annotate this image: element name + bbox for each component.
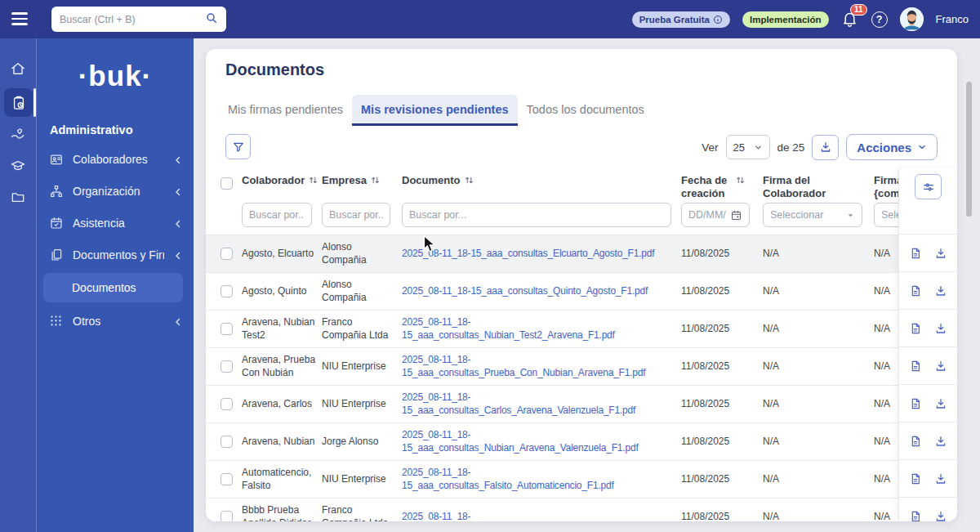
icon-rail (0, 38, 37, 532)
document-link[interactable]: 2025_08-11_18-15_aaa_consultas_Elcuarto_… (402, 248, 654, 261)
sort-icon[interactable] (464, 175, 474, 186)
document-link[interactable]: 2025_08-11_18-15_aaa_consultas_Quinto_Ag… (402, 285, 648, 298)
folder-icon[interactable] (10, 189, 26, 205)
cell-firma-colaborador: N/A (763, 386, 861, 422)
view-document-icon[interactable] (909, 247, 922, 260)
notifications-button[interactable]: 11 (841, 10, 859, 29)
rail-item-documents-selected[interactable] (4, 88, 33, 117)
document-link[interactable]: 2025_08-11_18-15_aaa_consultas_Prueba_Co… (402, 354, 678, 379)
column-header-empresa[interactable]: Empresa (322, 174, 397, 187)
download-row-icon[interactable] (934, 247, 947, 260)
sidebar-item-colaboradores[interactable]: Colaboradores (37, 143, 194, 175)
download-row-icon[interactable] (934, 360, 947, 373)
sidebar-item-label: Documentos y Firma (73, 248, 164, 262)
document-link[interactable]: 2025_08-11_18-15_aaa_consultas_Nubian_Te… (402, 316, 678, 342)
cell-empresa: Alonso Compañia (322, 273, 397, 310)
document-link[interactable]: 2025_08-11_18- (402, 511, 470, 521)
table-row[interactable]: Aravena, Nubian Test2 Franco Compañia Lt… (206, 311, 957, 348)
row-checkbox[interactable] (220, 323, 233, 335)
download-row-icon[interactable] (934, 435, 947, 448)
document-link[interactable]: 2025_08-11_18-15_aaa_consultas_Falsito_A… (402, 467, 678, 492)
download-row-icon[interactable] (934, 284, 947, 297)
chevron-left-icon (173, 154, 183, 164)
user-avatar[interactable] (900, 7, 924, 31)
filter-button[interactable] (225, 134, 251, 159)
column-header-colaborador[interactable]: Colaborador (242, 174, 323, 187)
filter-firma-colaborador-select[interactable]: Seleccionar (763, 203, 862, 227)
sidebar-item-label: Organización (73, 185, 164, 198)
cell-fecha-creacion: 11/08/2025 (681, 348, 753, 385)
cell-fecha-creacion: 11/08/2025 (681, 273, 753, 310)
download-all-button[interactable] (812, 135, 839, 160)
view-document-icon[interactable] (909, 360, 922, 373)
document-link[interactable]: 2025_08-11_18-15_aaa_consultas_Carlos_Ar… (402, 391, 678, 417)
sidebar-item-documentos-y-firma[interactable]: Documentos y Firma (37, 239, 194, 270)
sidebar-item-otros[interactable]: Otros (37, 305, 194, 337)
sidebar-item-asistencia[interactable]: Asistencia (37, 207, 194, 239)
help-button[interactable]: ? (871, 11, 888, 28)
row-checkbox[interactable] (220, 285, 233, 297)
sort-icon[interactable] (308, 175, 318, 186)
table-row[interactable]: Agosto, Elcuarto Alonso Compañia 2025_08… (206, 235, 957, 273)
sort-icon[interactable] (370, 175, 381, 186)
page-size-select[interactable]: 25 (726, 135, 770, 159)
row-checkbox[interactable] (220, 360, 233, 373)
table-row[interactable]: Automaticencio, Falsito NIU Enterprise 2… (206, 461, 957, 498)
view-document-icon[interactable] (909, 472, 922, 485)
row-checkbox[interactable] (220, 511, 233, 521)
download-row-icon[interactable] (934, 472, 947, 485)
search-input[interactable] (60, 14, 205, 25)
view-document-icon[interactable] (909, 322, 922, 335)
view-document-icon[interactable] (909, 397, 922, 410)
sort-icon[interactable] (735, 175, 746, 186)
funnel-icon (232, 141, 245, 154)
download-row-icon[interactable] (934, 397, 947, 410)
actions-button[interactable]: Acciones (846, 134, 938, 160)
benefits-hand-heart-icon[interactable] (10, 126, 26, 142)
chevron-down-icon (917, 142, 927, 152)
global-search[interactable] (51, 7, 226, 32)
view-document-icon[interactable] (909, 284, 922, 297)
filter-empresa-input[interactable] (322, 203, 390, 227)
select-all-checkbox[interactable] (220, 177, 233, 190)
sidebar-item-organizacion[interactable]: Organización (37, 175, 194, 207)
filter-colaborador-input[interactable] (242, 203, 312, 227)
column-header-fecha-creacion[interactable]: Fecha de creación (681, 174, 756, 199)
column-header-documento[interactable]: Documento (402, 174, 678, 187)
filter-documento-input[interactable] (402, 203, 671, 227)
education-cap-icon[interactable] (10, 158, 26, 174)
user-name[interactable]: Franco (936, 13, 969, 25)
row-checkbox[interactable] (220, 473, 233, 485)
row-checkbox[interactable] (220, 398, 233, 410)
home-icon[interactable] (10, 60, 26, 77)
tab-todos-los-documentos[interactable]: Todos los documentos (518, 95, 653, 126)
table-row[interactable]: Aravena, Prueba Con Nubián NIU Enterpris… (206, 348, 957, 386)
tab-mis-firmas-pendientes[interactable]: Mis firmas pendientes (219, 95, 352, 126)
view-document-icon[interactable] (909, 510, 922, 522)
table-row[interactable]: Aravena, Nubian Jorge Alonso 2025_08-11_… (206, 423, 957, 461)
hamburger-menu-icon[interactable] (11, 11, 29, 27)
table-row[interactable]: Aravena, Carlos NIU Enterprise 2025_08-1… (206, 386, 957, 423)
column-settings-button[interactable] (915, 174, 942, 199)
row-actions (899, 498, 957, 521)
implementation-badge[interactable]: Implementación (742, 11, 829, 28)
row-checkbox[interactable] (220, 248, 233, 260)
filter-fecha-datepicker[interactable]: DD/MM/ (681, 203, 750, 227)
document-link[interactable]: 2025_08-11_18-15_aaa_consultas_Nubian_Ar… (402, 429, 678, 454)
cell-fecha-creacion: 11/08/2025 (681, 386, 753, 422)
download-row-icon[interactable] (934, 322, 947, 335)
column-header-firma-colaborador[interactable]: Firma del Colaborador (763, 174, 873, 199)
date-placeholder: DD/MM/ (688, 209, 726, 221)
view-document-icon[interactable] (909, 435, 922, 448)
table-row[interactable]: Bbbb Prueba Apellido Dididos Franco Comp… (206, 498, 957, 521)
tab-mis-revisiones-pendientes[interactable]: Mis revisiones pendientes (352, 95, 518, 126)
search-icon[interactable] (205, 11, 218, 28)
trial-badge[interactable]: Prueba Gratuita (632, 11, 730, 28)
download-row-icon[interactable] (934, 510, 947, 522)
table-row[interactable]: Agosto, Quinto Alonso Compañia 2025_08-1… (206, 273, 957, 311)
cell-empresa: Franco Compañia Ltda (322, 311, 397, 347)
table-body: Agosto, Elcuarto Alonso Compañia 2025_08… (206, 235, 957, 521)
row-checkbox[interactable] (220, 436, 233, 448)
vertical-scrollbar[interactable] (966, 82, 972, 217)
sidebar-subitem-documentos-active[interactable]: Documentos (43, 273, 183, 302)
